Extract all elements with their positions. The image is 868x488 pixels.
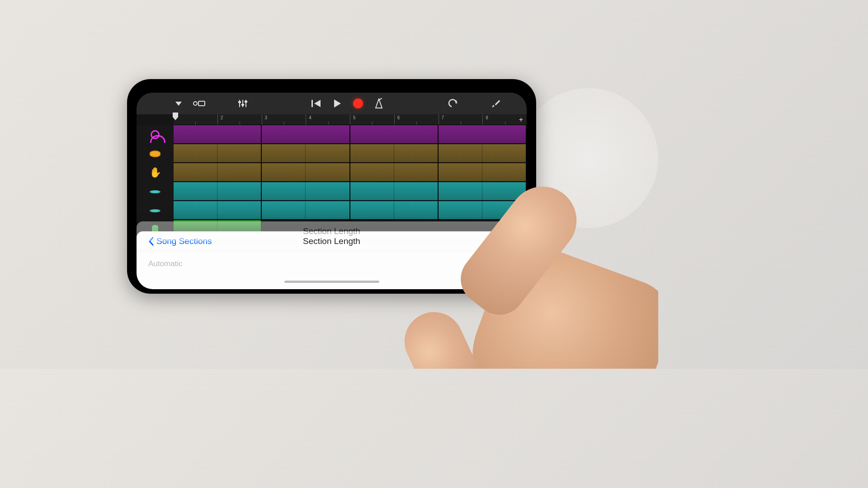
- svg-rect-4: [238, 101, 241, 103]
- svg-marker-16: [492, 105, 495, 108]
- svg-marker-11: [334, 99, 341, 108]
- svg-marker-10: [314, 100, 321, 107]
- automatic-option[interactable]: Automatic: [137, 251, 527, 268]
- percussion-track-icon[interactable]: ✋: [137, 163, 174, 182]
- undo-button[interactable]: [444, 96, 461, 111]
- cymbal-track-2-icon[interactable]: [137, 201, 174, 220]
- track-row[interactable]: [174, 125, 527, 144]
- track-controls-button[interactable]: [235, 96, 251, 111]
- drum-track-icon[interactable]: [137, 144, 174, 163]
- svg-rect-15: [495, 100, 500, 105]
- track-row[interactable]: [174, 201, 527, 220]
- track-row[interactable]: [174, 144, 527, 163]
- view-toggle-button[interactable]: [191, 96, 208, 111]
- phone-body: 2 3 4 5 6 7 8 + ✋: [127, 79, 536, 294]
- ruler-mark: 2: [217, 114, 262, 125]
- svg-rect-2: [198, 101, 205, 106]
- rewind-button[interactable]: [308, 96, 325, 111]
- sheet-title: Section Length: [303, 236, 360, 246]
- add-section-button[interactable]: +: [519, 116, 523, 124]
- track-row[interactable]: [174, 182, 527, 201]
- ruler-mark: 6: [394, 114, 439, 125]
- toolbar: [137, 93, 527, 114]
- audio-track-icon[interactable]: [137, 125, 174, 144]
- cymbal-track-1-icon[interactable]: [137, 182, 174, 201]
- ruler-mark: 5: [350, 114, 394, 125]
- home-indicator[interactable]: [284, 281, 379, 283]
- settings-button[interactable]: [488, 96, 504, 111]
- app-screen: 2 3 4 5 6 7 8 + ✋: [137, 93, 527, 289]
- timeline-ruler[interactable]: 2 3 4 5 6 7 8 +: [174, 114, 527, 125]
- section-length-sheet: Section Length Done Song Sections Sectio…: [137, 231, 527, 289]
- svg-point-1: [193, 102, 197, 105]
- ruler-mark: 3: [262, 114, 306, 125]
- ruler-mark: 4: [306, 114, 350, 125]
- ruler-mark: 7: [439, 114, 483, 125]
- background-plate: [518, 88, 658, 228]
- my-songs-dropdown[interactable]: [170, 96, 187, 111]
- svg-rect-6: [241, 104, 244, 106]
- play-button[interactable]: [329, 96, 345, 111]
- record-icon: [353, 99, 363, 108]
- track-row[interactable]: [174, 163, 527, 182]
- metronome-button[interactable]: [371, 96, 387, 111]
- record-button[interactable]: [350, 96, 366, 111]
- svg-marker-0: [175, 102, 182, 106]
- svg-rect-9: [311, 100, 313, 107]
- svg-rect-8: [245, 101, 247, 103]
